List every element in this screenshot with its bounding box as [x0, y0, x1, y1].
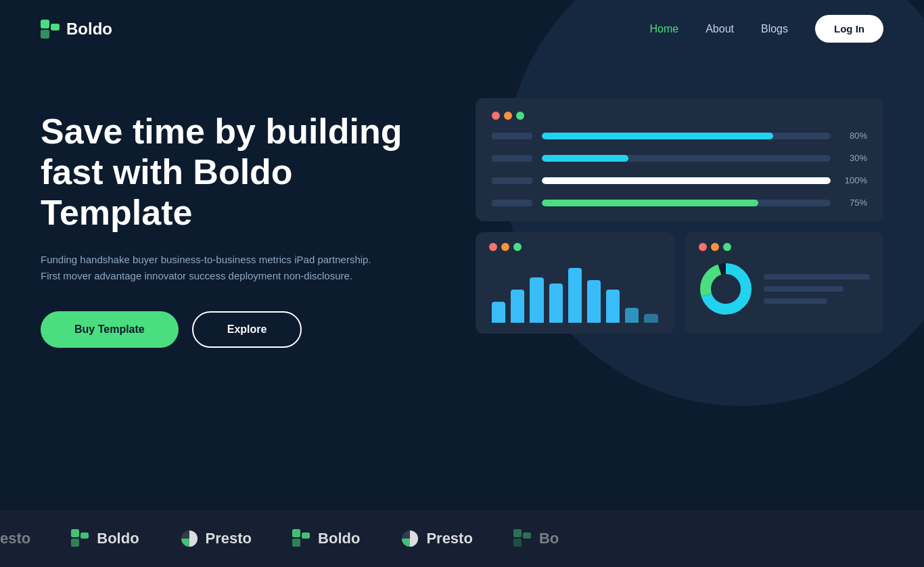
donut-area	[699, 262, 871, 316]
boldo-icon-3	[513, 529, 532, 548]
progress-row-4: 75%	[492, 198, 867, 208]
svg-rect-14	[513, 529, 522, 537]
svg-rect-6	[71, 529, 79, 537]
svg-rect-10	[292, 529, 300, 537]
donut-line-2	[764, 286, 844, 292]
bar-8	[625, 308, 639, 323]
dot-orange-3	[711, 243, 719, 251]
nav-home[interactable]: Home	[649, 23, 678, 35]
card-dots-donut	[699, 243, 871, 251]
presto-icon-1	[180, 529, 199, 548]
brand-name-presto-2: Presto	[426, 530, 472, 547]
nav-links: Home About Blogs Log In	[649, 15, 883, 43]
hero-title: Save time by building fast with Boldo Te…	[41, 112, 433, 233]
brand-item-boldo-2: Boldo	[292, 529, 360, 548]
progress-track-2	[542, 155, 831, 162]
brand-name-boldo-2: Boldo	[318, 530, 360, 547]
boldo-logo-icon	[41, 20, 60, 39]
svg-rect-8	[80, 532, 89, 539]
dot-red-3	[699, 243, 707, 251]
navbar: Boldo Home About Blogs Log In	[0, 0, 924, 58]
buy-template-button[interactable]: Buy Template	[41, 311, 179, 348]
progress-fill-4	[542, 200, 758, 206]
bottom-cards	[476, 232, 883, 334]
brand-item-presto-1: Presto	[180, 529, 252, 548]
svg-rect-12	[302, 532, 310, 539]
svg-rect-0	[41, 20, 49, 28]
donut-line-1	[764, 274, 871, 279]
explore-button[interactable]: Explore	[192, 311, 302, 348]
progress-label-3	[492, 177, 532, 184]
donut-legend	[764, 274, 871, 304]
svg-rect-7	[71, 539, 79, 547]
progress-fill-3	[542, 177, 831, 184]
progress-pct-4: 75%	[840, 198, 867, 208]
svg-rect-15	[513, 539, 522, 547]
brand-name-partial-bo: Bo	[539, 530, 559, 547]
login-button[interactable]: Log In	[815, 15, 883, 43]
brand-item-partial-presto: esto	[0, 530, 30, 547]
brands-track: esto Boldo Presto	[0, 529, 559, 548]
dot-green	[516, 112, 524, 120]
progress-pct-1: 80%	[840, 131, 867, 141]
boldo-icon-2	[292, 529, 311, 548]
svg-rect-2	[51, 24, 60, 30]
card-dots-progress	[492, 112, 867, 120]
dot-red	[492, 112, 500, 120]
bar-3	[530, 277, 543, 323]
dot-orange	[504, 112, 512, 120]
progress-pct-3: 100%	[840, 175, 867, 185]
brand-name-presto-1: Presto	[206, 530, 252, 547]
bar-4	[549, 284, 563, 323]
nav-about[interactable]: About	[706, 23, 734, 35]
progress-row-1: 80%	[492, 131, 867, 141]
dashboard-preview: 80% 30% 100% 75%	[448, 98, 883, 334]
bar-2	[511, 290, 524, 323]
donut-svg	[699, 262, 753, 316]
donut-line-3	[764, 298, 828, 304]
boldo-icon-1	[71, 529, 90, 548]
progress-label-2	[492, 155, 532, 162]
progress-label-4	[492, 200, 532, 206]
brands-bar: esto Boldo Presto	[0, 510, 924, 567]
brand-item-partial-boldo: Bo	[513, 529, 559, 548]
nav-blogs[interactable]: Blogs	[761, 23, 788, 35]
progress-fill-2	[542, 155, 628, 162]
progress-track-3	[542, 177, 831, 184]
dot-green-3	[723, 243, 731, 251]
svg-rect-16	[523, 532, 531, 539]
brand-name-boldo-1: Boldo	[97, 530, 139, 547]
donut-chart-card	[685, 232, 884, 334]
progress-track-4	[542, 200, 831, 206]
bar-chart-card	[476, 232, 674, 334]
progress-label-1	[492, 133, 532, 139]
progress-row-3: 100%	[492, 175, 867, 185]
progress-fill-1	[542, 133, 773, 139]
brand-item-boldo-1: Boldo	[71, 529, 139, 548]
dot-red-2	[489, 243, 497, 251]
progress-row-2: 30%	[492, 153, 867, 163]
progress-card: 80% 30% 100% 75%	[476, 98, 883, 221]
progress-track-1	[542, 133, 831, 139]
logo-text: Boldo	[66, 20, 112, 39]
hero-subtitle: Funding handshake buyer business-to-busi…	[41, 252, 392, 284]
bar-6	[587, 280, 601, 323]
bar-5	[568, 268, 582, 323]
dot-orange-2	[501, 243, 509, 251]
svg-rect-1	[41, 30, 49, 39]
presto-icon-2	[400, 529, 419, 548]
svg-rect-11	[292, 539, 300, 547]
bar-9	[644, 314, 657, 323]
brand-item-presto-2: Presto	[400, 529, 472, 548]
logo[interactable]: Boldo	[41, 20, 112, 39]
bar-chart	[489, 262, 661, 323]
bar-7	[606, 290, 620, 323]
hero-section: Save time by building fast with Boldo Te…	[0, 58, 924, 348]
hero-buttons: Buy Template Explore	[41, 311, 448, 348]
brand-partial-text: esto	[0, 530, 30, 547]
bar-1	[492, 302, 505, 323]
card-dots-bar	[489, 243, 661, 251]
hero-left: Save time by building fast with Boldo Te…	[41, 98, 448, 348]
dot-green-2	[513, 243, 522, 251]
progress-pct-2: 30%	[840, 153, 867, 163]
